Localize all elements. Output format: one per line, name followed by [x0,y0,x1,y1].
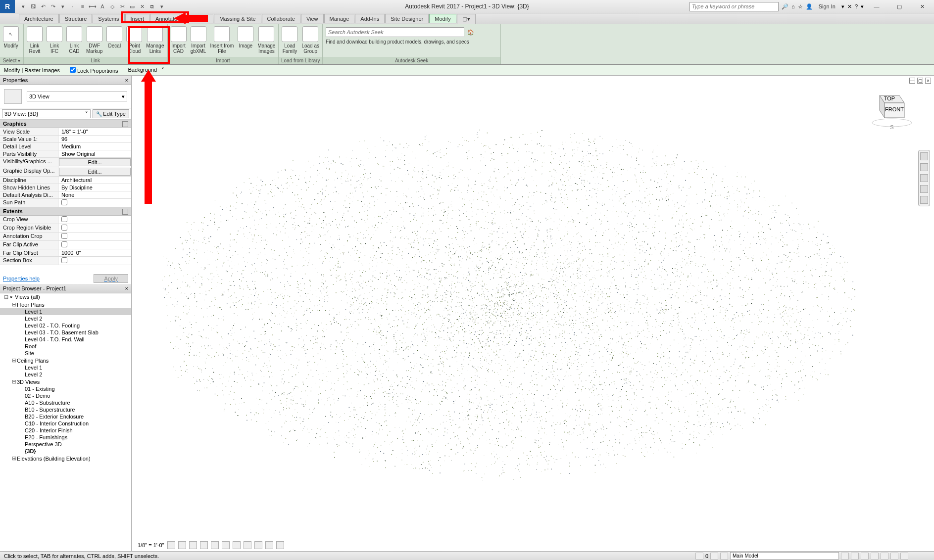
qat-thin-icon[interactable]: ▭ [128,2,137,11]
tree-toggle-icon[interactable]: ⊟ [11,301,17,308]
import-btn-2[interactable]: Insert fromFile [208,25,236,56]
prop-value[interactable] [58,257,131,265]
properties-header[interactable]: Properties × [0,76,131,85]
prop-value[interactable]: Medium [58,143,131,150]
status-select-underlay-icon[interactable] [861,553,869,560]
app-logo[interactable]: R [0,0,15,13]
load-btn-0[interactable]: LoadFamily [280,25,299,56]
tree-toggle-icon[interactable]: ⊟ [3,294,9,300]
status-select-pinned-icon[interactable] [871,553,879,560]
tree-item[interactable]: {3D} [0,448,131,455]
prop-row[interactable]: Show Hidden LinesBy Discipline [0,184,131,191]
prop-value[interactable]: 1000' 0" [58,249,131,256]
select-panel-label[interactable]: Select ▾ [0,57,23,64]
tree-item[interactable]: 02 - Demo [0,392,131,399]
tree-item[interactable]: A10 - Substructure [0,399,131,406]
modify-button[interactable]: ↖ Modify [1,25,21,56]
link-btn-3[interactable]: DWFMarkup [84,25,104,56]
shadows-icon[interactable] [200,541,208,549]
import-btn-0[interactable]: ImportCAD [169,25,189,56]
status-design-icon[interactable] [720,553,728,560]
status-select-links-icon[interactable] [851,553,859,560]
import-btn-4[interactable]: ManageImages [255,25,277,56]
infocenter-icon[interactable]: 🔎 [782,3,788,10]
prop-value[interactable]: None [58,191,131,198]
tree-item[interactable]: ⊟3D Views [0,378,131,385]
tree-item[interactable]: Level 2 [0,315,131,322]
tab-modify[interactable]: Modify [429,14,456,23]
nav-look-icon[interactable] [920,196,928,204]
qat-3d-icon[interactable]: ◇ [108,2,117,11]
prop-value[interactable]: Edit... [59,158,131,166]
status-select-face-icon[interactable] [881,553,888,560]
tree-item[interactable]: Level 1 [0,364,131,371]
prop-row[interactable]: Detail LevelMedium [0,143,131,150]
qat-switch-icon[interactable]: ⧉ [147,2,156,11]
tree-toggle-icon[interactable]: ⊟ [11,357,17,364]
minimize-button[interactable]: — [867,1,886,11]
cat-graphics[interactable]: Graphics [0,120,131,128]
link-btn-4[interactable]: Decal [104,25,124,56]
sun-path-icon[interactable] [189,541,197,549]
qat-drop-icon[interactable]: ▾ [157,2,166,11]
tree-item[interactable]: B20 - Exterior Enclosure [0,413,131,420]
tree-item[interactable]: ⊞Elevations (Building Elevation) [0,455,131,462]
view-canvas[interactable]: — ▢ × TOP FRONT S 1/8" = 1'-0" [132,76,934,551]
link-btn-1[interactable]: LinkIFC [45,25,64,56]
prop-row[interactable]: View Scale1/8" = 1'-0" [0,128,131,136]
seek-search-input[interactable] [326,27,464,37]
tree-item[interactable]: Roof [0,343,131,350]
seek-go-icon[interactable]: 🏠 [467,29,474,36]
prop-row[interactable]: Parts VisibilityShow Original [0,150,131,158]
help-icon[interactable]: ? [855,3,858,9]
prop-value[interactable]: By Discipline [58,184,131,191]
detail-level-icon[interactable] [167,541,175,549]
qat-open-icon[interactable]: ▾ [19,2,28,11]
scale-button[interactable]: 1/8" = 1'-0" [138,542,164,548]
type-combo[interactable]: 3D View▾ [27,92,127,101]
qat-redo-icon[interactable]: ↷ [49,2,57,11]
tab-panel-icon[interactable]: ▢▾ [457,14,476,24]
tab-view[interactable]: View [301,14,324,23]
prop-value[interactable]: 1/8" = 1'-0" [58,128,131,135]
prop-value[interactable] [58,233,131,240]
status-exclude-icon[interactable] [841,553,849,560]
tree-item[interactable]: C20 - Interior Finish [0,427,131,434]
link-btn-0[interactable]: LinkRevit [25,25,45,56]
tab-annotate[interactable]: Annotate [150,14,183,23]
link-btn-2[interactable]: LinkCAD [64,25,84,56]
apply-button[interactable]: Apply [94,274,128,283]
qat-undo-icon[interactable]: ↶ [39,2,48,11]
prop-row[interactable]: Visibility/Graphics ...Edit... [0,158,131,167]
crop-icon[interactable] [222,541,230,549]
tree-item[interactable]: Level 02 - T.O. Footing [0,322,131,329]
prop-row[interactable]: Crop Region Visible [0,224,131,233]
properties-close-icon[interactable]: × [125,77,128,83]
nav-orbit-icon[interactable] [920,185,928,193]
prop-row[interactable]: Far Clip Offset1000' 0" [0,249,131,257]
import-btn-3[interactable]: Image [236,25,255,56]
tree-item[interactable]: Level 04 - T.O. Fnd. Wall [0,336,131,343]
visual-style-icon[interactable] [178,541,186,549]
instance-combo[interactable]: 3D View: {3D}˅ [2,109,91,118]
lock-proportions-checkbox[interactable]: Lock Proportions [70,67,118,74]
import-btn-1[interactable]: ImportgbXML [189,25,208,56]
cat-extents[interactable]: Extents [0,207,131,216]
edit-type-button[interactable]: 🔧 Edit Type [93,109,129,118]
signin-dropdown-icon[interactable]: ▾ [841,3,844,10]
tree-toggle-icon[interactable]: ⊞ [11,455,17,462]
prop-value[interactable]: 96 [58,136,131,142]
tree-item[interactable]: E20 - Furnishings [0,434,131,441]
tree-item[interactable]: ⊟Ceiling Plans [0,357,131,364]
qat-section-icon[interactable]: ✂ [118,2,127,11]
tab-systems[interactable]: Systems [93,14,124,23]
background-dropdown[interactable]: Background ˅ [128,67,165,73]
lock-icon[interactable] [244,541,251,549]
help-drop-icon[interactable]: ▾ [861,3,864,10]
tab-sitedesigner[interactable]: Site Designer [385,14,429,23]
tree-item[interactable]: ⊟⚬ Views (all) [0,293,131,301]
tab-analyze[interactable]: Analyze [183,14,213,23]
tab-massing[interactable]: Massing & Site [214,14,261,23]
qat-close-icon[interactable]: ✕ [138,2,147,11]
tab-insert[interactable]: Insert [125,14,150,23]
